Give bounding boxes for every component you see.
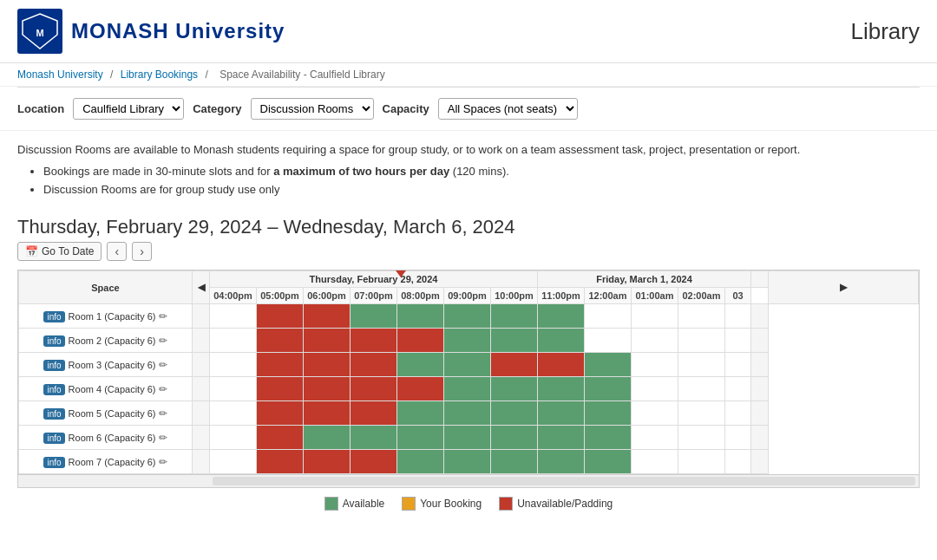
slot-2-1[interactable] (257, 353, 304, 377)
rarrow-col (751, 329, 769, 353)
slot-4-5[interactable] (444, 401, 491, 426)
slot-5-4[interactable] (397, 426, 444, 450)
slot-4-1[interactable] (257, 401, 304, 426)
slot-5-5[interactable] (444, 426, 491, 450)
slot-2-8[interactable] (585, 353, 632, 377)
slot-4-3[interactable] (351, 401, 397, 426)
slot-2-6[interactable] (491, 353, 538, 377)
info-badge[interactable]: info (43, 433, 64, 444)
breadcrumb-bookings[interactable]: Library Bookings (121, 68, 198, 81)
edit-icon[interactable]: ✏ (159, 383, 167, 395)
info-badge[interactable]: info (43, 408, 64, 420)
info-badge[interactable]: info (43, 384, 64, 395)
slot-0-6[interactable] (491, 304, 538, 329)
slot-0-2[interactable] (304, 304, 351, 329)
slot-2-7[interactable] (538, 353, 585, 377)
slot-4-2[interactable] (304, 401, 351, 426)
slot-3-11 (725, 377, 751, 401)
date-navigation: 📅 Go To Date ‹ › (0, 242, 937, 270)
info-badge[interactable]: info (43, 335, 64, 347)
arrow-col (193, 353, 210, 377)
description-section: Discussion Rooms are available to Monash… (0, 131, 937, 209)
date-header-row: Space ◀ Thursday, February 29, 2024 Frid… (19, 271, 919, 288)
slot-6-7[interactable] (538, 450, 585, 474)
slot-1-5[interactable] (444, 329, 491, 353)
slot-5-8[interactable] (585, 426, 632, 450)
category-select[interactable]: Discussion Rooms (251, 98, 374, 120)
slot-1-4[interactable] (397, 329, 444, 353)
slot-4-4[interactable] (397, 401, 444, 426)
info-badge[interactable]: info (43, 457, 64, 468)
slot-1-3[interactable] (351, 329, 397, 353)
slot-6-1[interactable] (257, 450, 304, 474)
time-1200am: 12:00am (585, 288, 632, 304)
slot-5-3[interactable] (351, 426, 397, 450)
slot-2-3[interactable] (351, 353, 397, 377)
slot-0-4[interactable] (397, 304, 444, 329)
edit-icon[interactable]: ✏ (159, 432, 167, 444)
slot-5-1[interactable] (257, 426, 304, 450)
slot-6-3[interactable] (351, 450, 397, 474)
arrow-col (193, 401, 210, 426)
edit-icon[interactable]: ✏ (159, 456, 167, 468)
prev-date-button[interactable]: ‹ (107, 242, 127, 261)
time-indicator (396, 270, 406, 277)
legend-available-label: Available (343, 498, 384, 510)
slot-3-10 (678, 377, 725, 401)
slot-0-7[interactable] (538, 304, 585, 329)
table-row: infoRoom 4 (Capacity 6) ✏ (19, 377, 919, 401)
breadcrumb-monash[interactable]: Monash University (17, 68, 103, 81)
slot-3-8[interactable] (585, 377, 632, 401)
slot-0-1[interactable] (257, 304, 304, 329)
filters-bar: Location Caulfield Library Category Disc… (0, 88, 937, 131)
rarrow-col (751, 401, 769, 426)
rarrow-col (751, 450, 769, 474)
slot-3-6[interactable] (491, 377, 538, 401)
edit-icon[interactable]: ✏ (159, 310, 167, 322)
slot-2-4[interactable] (397, 353, 444, 377)
edit-icon[interactable]: ✏ (159, 335, 167, 347)
time-0200am: 02:00am (678, 288, 725, 304)
slot-2-5[interactable] (444, 353, 491, 377)
capacity-select[interactable]: All Spaces (not seats) (438, 98, 578, 120)
slot-6-8[interactable] (585, 450, 632, 474)
edit-icon[interactable]: ✏ (159, 359, 167, 371)
university-logo: M (17, 9, 62, 54)
info-badge[interactable]: info (43, 360, 64, 371)
slot-6-4[interactable] (397, 450, 444, 474)
slot-6-5[interactable] (444, 450, 491, 474)
slot-3-5[interactable] (444, 377, 491, 401)
info-badge[interactable]: info (43, 311, 64, 322)
slot-0-5[interactable] (444, 304, 491, 329)
grid-scroll-right[interactable]: ▶ (769, 271, 919, 304)
slot-4-6[interactable] (491, 401, 538, 426)
slot-5-7[interactable] (538, 426, 585, 450)
edit-icon[interactable]: ✏ (159, 407, 167, 420)
slot-3-4[interactable] (397, 377, 444, 401)
slot-6-2[interactable] (304, 450, 351, 474)
slot-3-2[interactable] (304, 377, 351, 401)
slot-1-6[interactable] (491, 329, 538, 353)
slot-1-2[interactable] (304, 329, 351, 353)
logo-area: M MONASH University (17, 9, 285, 54)
slot-1-7[interactable] (538, 329, 585, 353)
location-select[interactable]: Caulfield Library (73, 98, 184, 120)
grid-scroll[interactable]: Space ◀ Thursday, February 29, 2024 Frid… (17, 270, 920, 488)
slot-4-8[interactable] (585, 401, 632, 426)
slot-5-6[interactable] (491, 426, 538, 450)
description-intro: Discussion Rooms are available to Monash… (17, 141, 920, 160)
space-name-cell: infoRoom 5 (Capacity 6) ✏ (19, 401, 193, 426)
slot-3-3[interactable] (351, 377, 397, 401)
horizontal-scrollbar[interactable] (213, 477, 915, 485)
slot-6-6[interactable] (491, 450, 538, 474)
slot-4-7[interactable] (538, 401, 585, 426)
goto-date-button[interactable]: 📅 Go To Date (17, 242, 102, 261)
slot-3-7[interactable] (538, 377, 585, 401)
slot-0-3[interactable] (351, 304, 397, 329)
grid-scroll-left[interactable]: ◀ (193, 271, 210, 304)
slot-5-2[interactable] (304, 426, 351, 450)
slot-2-2[interactable] (304, 353, 351, 377)
slot-3-1[interactable] (257, 377, 304, 401)
next-date-button[interactable]: › (132, 242, 152, 261)
slot-1-1[interactable] (257, 329, 304, 353)
